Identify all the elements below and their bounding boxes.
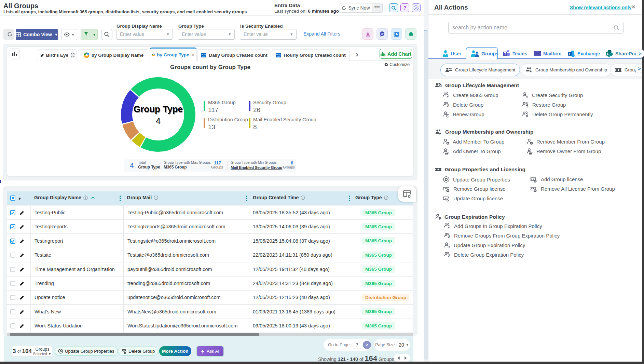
svg-text:E: E: [569, 52, 571, 55]
svg-text:S: S: [606, 52, 608, 55]
svg-text:T: T: [504, 52, 506, 56]
